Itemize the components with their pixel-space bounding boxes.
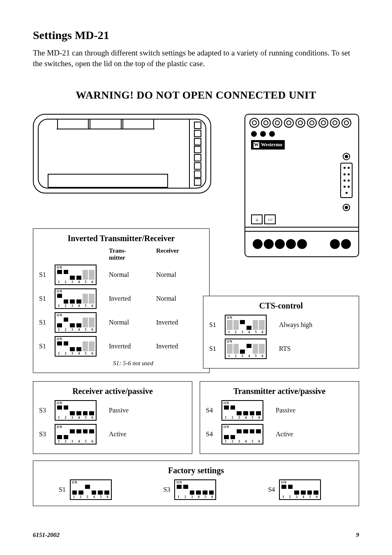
- box-cts-title: CTS-control: [209, 301, 353, 311]
- inverted-row: S1ON123456NormalNormal: [39, 265, 203, 285]
- col-transmitter: Trans- mitter: [109, 247, 156, 261]
- cts-row: S1ON123456Always high: [209, 315, 353, 335]
- dip-switch: ON123456: [221, 424, 263, 444]
- box-receiver-title: Receiver active/passive: [39, 387, 186, 396]
- col-receiver: Receiver: [156, 247, 203, 261]
- dip-switch: ON123456: [55, 265, 97, 285]
- dip-switch: ON123456: [225, 339, 267, 359]
- box-factory-title: Factory settings: [39, 466, 353, 475]
- page-footer: 6151-2002 9: [33, 532, 359, 539]
- intro-text: The MD-21 can through different switch s…: [33, 48, 359, 69]
- factory-item: S1ON123456: [59, 479, 124, 500]
- doc-icon: ▭: [264, 214, 276, 224]
- warning-heading: WARNING! DO NOT OPEN CONNECTED UNIT: [33, 89, 359, 101]
- rx-row: S3ON123456Passive: [39, 400, 186, 421]
- box-receiver: Receiver active/passive S3ON123456Passiv…: [33, 381, 192, 454]
- box-factory: Factory settings S1ON123456S3ON123456S4O…: [33, 461, 359, 506]
- footer-doc: 6151-2002: [33, 532, 60, 539]
- inverted-row: S1ON123456NormalInverted: [39, 312, 203, 333]
- box-inverted: Inverted Transmitter/Receiver Trans- mit…: [33, 228, 210, 373]
- dip-switch: ON123456: [55, 288, 97, 309]
- rx-row: S3ON123456Active: [39, 424, 186, 444]
- page-title: Settings MD-21: [33, 29, 359, 42]
- ground-icon: ⏚: [251, 214, 263, 224]
- dip-switch: ON123456: [174, 479, 216, 500]
- box-transmitter-title: Transmitter active/passive: [206, 387, 353, 396]
- footer-page: 9: [356, 532, 360, 539]
- cts-row: S1ON123456RTS: [209, 339, 353, 359]
- inverted-note: S1: 5-6 not used: [113, 360, 203, 367]
- factory-item: S4ON123456: [268, 479, 333, 500]
- dip-switch: ON123456: [221, 400, 263, 421]
- device-left-illustration: [33, 114, 211, 193]
- box-inverted-title: Inverted Transmitter/Receiver: [39, 234, 203, 243]
- dip-switch: ON123456: [225, 315, 267, 335]
- tx-row: S4ON123456Active: [206, 424, 353, 444]
- brand-label: WWestermo: [251, 140, 285, 150]
- box-cts: CTS-control S1ON123456Always highS1ON123…: [203, 296, 359, 368]
- inverted-row: S1ON123456InvertedNormal: [39, 288, 203, 309]
- device-right-illustration: WWestermo ⏚▭: [244, 114, 359, 257]
- page: Settings MD-21 The MD-21 can through dif…: [0, 0, 392, 555]
- dip-switch: ON123456: [55, 400, 97, 421]
- tx-row: S4ON123456Passive: [206, 400, 353, 421]
- dip-switch: ON123456: [70, 479, 112, 500]
- box-transmitter: Transmitter active/passive S4ON123456Pas…: [200, 381, 359, 454]
- dip-switch: ON123456: [55, 336, 97, 357]
- dip-switch: ON123456: [55, 312, 97, 333]
- dip-switch: ON123456: [55, 424, 97, 444]
- inverted-row: S1ON123456InvertedInverted: [39, 336, 203, 357]
- factory-item: S3ON123456: [164, 479, 229, 500]
- dip-switch: ON123456: [279, 479, 321, 500]
